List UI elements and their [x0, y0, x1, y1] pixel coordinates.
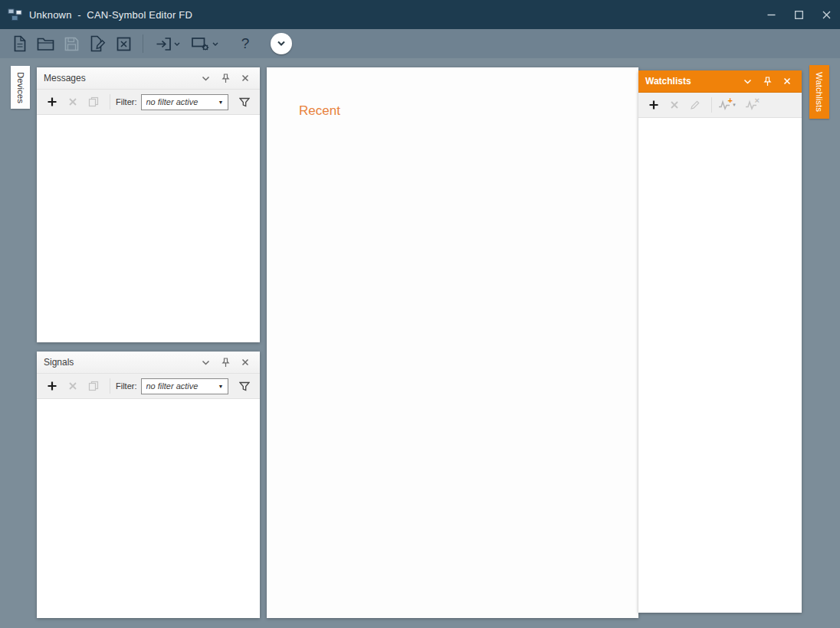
toolbar-separator: [110, 378, 110, 394]
plus-icon: [648, 100, 659, 110]
funnel-icon: [239, 97, 250, 107]
signals-panel-title: Signals: [44, 357, 74, 368]
x-icon: [68, 381, 77, 391]
toolbar-expand-button[interactable]: [271, 33, 292, 54]
watchlists-toolbar: + ▼ ×: [638, 93, 802, 118]
window-controls: [757, 0, 840, 29]
new-document-icon: [11, 35, 28, 52]
edit-watchlist-button[interactable]: [687, 96, 704, 113]
open-folder-icon: [37, 37, 54, 51]
save-as-button[interactable]: [86, 32, 109, 55]
recent-heading: Recent: [299, 103, 638, 119]
plus-icon: [47, 96, 57, 107]
toolbar-separator: [711, 97, 712, 113]
signal-filter-dropdown[interactable]: no filter active ▼: [141, 378, 228, 394]
pin-icon[interactable]: [218, 355, 233, 370]
close-icon[interactable]: [779, 74, 795, 89]
toolbar-separator: [110, 94, 110, 110]
toolbar-separator: [143, 34, 143, 53]
dropdown-arrow-icon: ▼: [215, 100, 228, 105]
watchlists-panel-header: Watchlists: [638, 70, 802, 93]
filter-toggle-button[interactable]: [236, 93, 253, 110]
plus-icon: [47, 381, 57, 391]
filter-value: no filter active: [146, 381, 215, 391]
open-file-button[interactable]: [34, 32, 57, 55]
signals-panel: Signals: [37, 352, 260, 618]
copy-signal-button[interactable]: [85, 378, 102, 394]
filter-label: Filter:: [116, 381, 137, 391]
watchlists-panel: Watchlists: [638, 70, 802, 613]
add-signal-button[interactable]: [44, 378, 61, 394]
remove-signal-from-watchlist-button[interactable]: ×: [743, 96, 760, 113]
tab-watchlists-label: Watchlists: [815, 72, 824, 112]
copy-icon: [88, 96, 99, 107]
x-icon: [68, 97, 77, 106]
tab-devices-label: Devices: [16, 72, 25, 103]
waveform-x-icon: ×: [745, 100, 757, 110]
document-pencil-icon: [89, 35, 106, 52]
delete-watchlist-button[interactable]: [666, 96, 683, 113]
window-title: Unknown - CAN-Symbol Editor FD: [29, 9, 192, 21]
tab-devices[interactable]: Devices: [11, 66, 30, 109]
delete-signal-button[interactable]: [64, 378, 81, 394]
add-signal-to-watchlist-button[interactable]: + ▼: [716, 96, 739, 113]
import-icon: [156, 37, 172, 51]
chevron-down-icon: [277, 41, 286, 47]
pin-icon[interactable]: [760, 74, 775, 89]
dropdown-arrow-icon: ▼: [215, 384, 228, 389]
import-button[interactable]: [151, 32, 185, 55]
copy-message-button[interactable]: [85, 93, 102, 110]
watchlists-list: [638, 118, 802, 613]
copy-icon: [88, 381, 99, 391]
funnel-icon: [239, 381, 250, 391]
add-message-button[interactable]: [44, 93, 61, 110]
help-icon: ?: [241, 35, 250, 52]
filter-toggle-button[interactable]: [236, 378, 253, 394]
messages-panel: Messages: [37, 67, 260, 342]
waveform-plus-icon: +: [718, 100, 730, 110]
collapse-chevron-icon[interactable]: [740, 74, 755, 89]
title-bar: Unknown - CAN-Symbol Editor FD: [0, 0, 840, 29]
x-icon: [670, 100, 679, 110]
main-toolbar: ?: [0, 29, 840, 58]
add-watchlist-button[interactable]: [645, 96, 662, 113]
collapse-chevron-icon[interactable]: [198, 355, 213, 370]
signals-toolbar: Filter: no filter active ▼: [37, 374, 260, 399]
messages-panel-title: Messages: [44, 73, 86, 83]
close-icon[interactable]: [238, 355, 253, 370]
watchlists-panel-title: Watchlists: [645, 76, 691, 87]
close-button[interactable]: [812, 0, 840, 29]
tab-watchlists[interactable]: Watchlists: [809, 65, 829, 119]
message-filter-dropdown[interactable]: no filter active ▼: [141, 94, 228, 110]
export-device-button[interactable]: [188, 32, 221, 55]
close-box-icon: [116, 36, 132, 52]
signals-panel-header: Signals: [37, 352, 260, 374]
messages-panel-header: Messages: [37, 67, 260, 90]
workspace: Devices Messages: [0, 58, 840, 628]
app-icon: [8, 8, 22, 21]
delete-message-button[interactable]: [64, 93, 81, 110]
collapse-chevron-icon[interactable]: [198, 70, 213, 86]
minimize-button[interactable]: [757, 0, 785, 29]
signals-list: [37, 399, 260, 618]
new-file-button[interactable]: [8, 32, 31, 55]
maximize-button[interactable]: [785, 0, 812, 29]
save-button[interactable]: [60, 32, 83, 55]
device-gear-icon: [191, 35, 210, 52]
close-icon[interactable]: [238, 70, 253, 86]
messages-toolbar: Filter: no filter active ▼: [37, 90, 260, 115]
application-window: Unknown - CAN-Symbol Editor FD: [0, 0, 840, 628]
chevron-down-icon: [212, 42, 218, 46]
help-button[interactable]: ?: [234, 32, 257, 55]
messages-list: [37, 115, 260, 342]
document-area: Recent: [267, 67, 638, 618]
save-icon: [64, 36, 80, 52]
pin-icon[interactable]: [218, 70, 233, 86]
chevron-down-icon: [174, 42, 180, 46]
pencil-icon: [690, 100, 701, 110]
filter-value: no filter active: [146, 97, 215, 106]
close-file-button[interactable]: [112, 32, 135, 55]
filter-label: Filter:: [116, 97, 137, 106]
